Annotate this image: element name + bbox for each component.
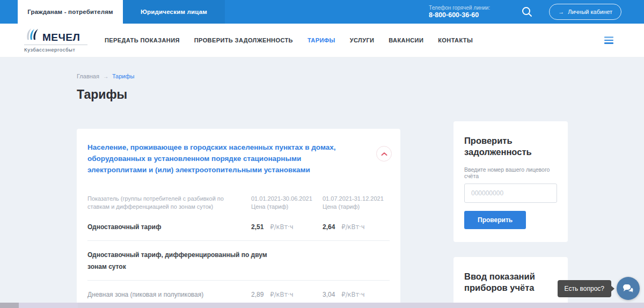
nav-tariffs[interactable]: ТАРИФЫ: [308, 37, 335, 43]
meter-readings-title: Ввод показаний приборов учёта: [464, 271, 557, 294]
top-bar: Гражданам - потребителям Юридическим лиц…: [0, 0, 644, 24]
hotline-label: Телефон горячей линии:: [429, 4, 490, 11]
hotline-number[interactable]: 8-800-600-36-60: [429, 11, 490, 19]
row-value-period2: 3,04₽/кВт·ч: [323, 289, 390, 300]
nav-vacancies[interactable]: ВАКАНСИИ: [389, 37, 423, 43]
meter-readings-panel: Ввод показаний приборов учёта Лицевой сч…: [453, 257, 568, 303]
row-label: Дневная зона (пиковая и полупиковая): [87, 289, 251, 300]
logo-subtitle: Кузбассэнергосбыт: [24, 45, 87, 53]
topbar-spacer: [225, 0, 429, 24]
row-value-period1: 2,89₽/кВт·ч: [251, 289, 323, 300]
scrollbar-track: [78, 303, 644, 308]
check-debt-panel: Проверить задолженность Введите номер ва…: [453, 121, 568, 242]
table-row: Дневная зона (пиковая и полупиковая) 2,8…: [87, 281, 390, 303]
tab-legal-entities[interactable]: Юридическим лицам: [123, 0, 225, 24]
tariff-table: Показатель (группы потребителей с разбив…: [87, 187, 390, 303]
arrow-right-icon: →: [558, 9, 564, 15]
row-value-period1: 2,51₽/кВт·ч: [251, 221, 323, 233]
site-header: МЕЧЕЛ Кузбассэнергосбыт ПЕРЕДАТЬ ПОКАЗАН…: [0, 24, 644, 57]
nav-submit-readings[interactable]: ПЕРЕДАТЬ ПОКАЗАНИЯ: [105, 37, 180, 43]
logo[interactable]: МЕЧЕЛ Кузбассэнергосбыт: [24, 28, 87, 53]
row-label: Одноставочный тариф: [87, 221, 251, 233]
logo-top: МЕЧЕЛ: [24, 28, 87, 45]
page-content: Главная → Тарифы Тарифы Население, прожи…: [0, 57, 644, 303]
check-debt-title: Проверить задолженность: [464, 135, 557, 158]
table-row: Одноставочный тариф 2,51₽/кВт·ч 2,64₽/кВ…: [87, 213, 390, 241]
search-icon[interactable]: [521, 6, 533, 18]
sidebar: Проверить задолженность Введите номер ва…: [453, 121, 568, 303]
personal-cabinet-button[interactable]: → Личный кабинет: [549, 4, 621, 20]
horizontal-scrollbar[interactable]: [0, 303, 644, 308]
col-header-period1: 01.01.2021-30.06.2021 Цена (тариф): [251, 195, 323, 211]
main-nav: ПЕРЕДАТЬ ПОКАЗАНИЯ ПРОВЕРИТЬ ЗАДОЛЖЕННОС…: [105, 37, 473, 43]
logo-brand-text: МЕЧЕЛ: [42, 32, 80, 43]
nav-contacts[interactable]: КОНТАКТЫ: [438, 37, 473, 43]
flame-icon: [24, 28, 40, 43]
chat-widget: Есть вопрос?: [558, 277, 640, 300]
col-header-indicator: Показатель (группы потребителей с разбив…: [87, 195, 251, 211]
hotline-phone: Телефон горячей линии: 8-800-600-36-60: [429, 0, 490, 24]
chevron-up-icon: [381, 152, 387, 156]
chat-tooltip: Есть вопрос?: [558, 280, 611, 297]
table-header-row: Показатель (группы потребителей с разбив…: [87, 187, 390, 213]
page-title: Тарифы: [77, 87, 644, 102]
cabinet-label: Личный кабинет: [568, 9, 612, 15]
breadcrumb: Главная → Тарифы: [77, 73, 644, 79]
breadcrumb-arrow-icon: →: [103, 74, 108, 79]
nav-services[interactable]: УСЛУГИ: [350, 37, 375, 43]
account-number-input[interactable]: [464, 184, 557, 203]
row-value-period2: 2,64₽/кВт·ч: [323, 221, 390, 233]
chat-button[interactable]: [617, 277, 640, 300]
breadcrumb-home[interactable]: Главная: [77, 73, 99, 79]
tab-citizens[interactable]: Гражданам - потребителям: [18, 0, 123, 24]
table-section-row: Одноставочный тариф, дифференцированный …: [87, 241, 390, 281]
col-header-period2: 01.07.2021-31.12.2021 Цена (тариф): [323, 195, 390, 211]
breadcrumb-current[interactable]: Тарифы: [112, 73, 135, 79]
chat-bubbles-icon: [623, 284, 634, 294]
nav-check-debt[interactable]: ПРОВЕРИТЬ ЗАДОЛЖЕННОСТЬ: [194, 37, 293, 43]
tariff-card: Население, проживающее в городских насел…: [77, 129, 400, 303]
collapse-button[interactable]: [376, 146, 392, 162]
account-number-label: Введите номер вашего лицевого счёта: [464, 166, 557, 179]
hamburger-menu-icon[interactable]: [604, 36, 613, 44]
scrollbar-thumb[interactable]: [0, 303, 19, 308]
check-debt-button[interactable]: Проверить: [464, 211, 526, 229]
tariff-card-heading[interactable]: Население, проживающее в городских насел…: [87, 142, 358, 176]
scrollbar-track: [19, 303, 78, 308]
section-label: Одноставочный тариф, дифференцированный …: [87, 249, 267, 273]
